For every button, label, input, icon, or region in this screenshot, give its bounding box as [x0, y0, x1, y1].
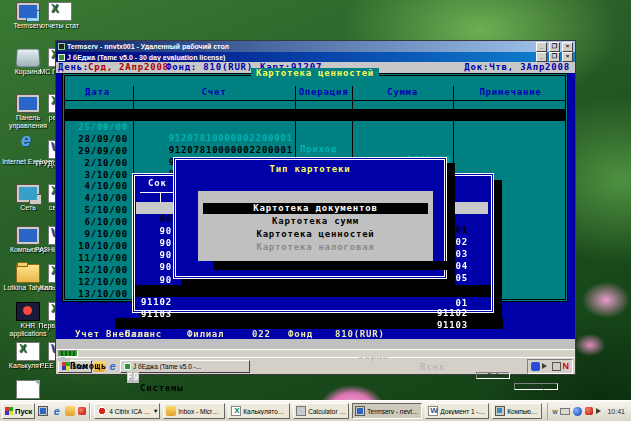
termserv-window: Termserv - nnvtx001 - Удаленный рабочий … — [55, 40, 576, 375]
taskbar: Пуск e 4 Citrix ICA Client ... ▾ Inbox -… — [0, 400, 631, 421]
restore-button[interactable]: ❐ — [549, 52, 560, 62]
col-header-operation: Операция — [295, 87, 352, 98]
task-button-termserv-active[interactable]: Termserv - nevts... — [352, 403, 422, 419]
col-header-account: Счет — [133, 87, 295, 98]
ie-quicklaunch-icon[interactable]: e — [51, 406, 62, 417]
windows-flag-icon — [5, 407, 13, 415]
all-item[interactable]: Всех — [420, 362, 445, 373]
col-header-date: Дата — [62, 87, 133, 98]
picker-shadow — [494, 180, 502, 313]
menu-item-values[interactable]: Картотека ценностей — [198, 229, 433, 240]
systems-menu[interactable]: Системы — [140, 383, 184, 394]
terminal-screen: День: Срд, 2Апр2008 Фонд: 810(RUR) Карт:… — [56, 62, 575, 357]
document-icon — [16, 380, 40, 399]
tray-blue-icon[interactable] — [531, 362, 540, 371]
picker-row[interactable]: 91102 91102 — [135, 286, 491, 297]
start-button[interactable]: Пуск — [2, 403, 35, 419]
remote-system-tray: N — [527, 359, 574, 374]
media-quicklaunch-icon[interactable] — [65, 406, 75, 416]
col-header-amount: Сумма — [352, 87, 453, 98]
tame-titlebar[interactable]: Ĵ бЕджа (Tame v5.0 - 30 day evaluation l… — [56, 52, 575, 62]
agent-tray-icon[interactable] — [585, 407, 593, 415]
status-indicator — [58, 350, 78, 357]
termserv-title: Termserv - nnvtx001 - Удаленный рабочий … — [67, 43, 534, 50]
task-button-calculator[interactable]: Calculator 20071024 — [293, 403, 349, 419]
system-tray: w 10:41 — [547, 403, 629, 420]
picker-header: Сок — [148, 178, 167, 189]
clock[interactable]: 10:41 — [607, 408, 625, 415]
minimize-button[interactable]: _ — [536, 52, 547, 62]
display-tray-icon[interactable] — [552, 362, 561, 371]
volume-icon[interactable] — [542, 363, 550, 369]
dialog-shadow — [447, 163, 455, 285]
tame-app-icon — [58, 54, 65, 61]
fkey-menu-bar: F1 Помощь F9 Системы — [56, 339, 575, 349]
antivirus-tray-icon[interactable] — [573, 407, 582, 416]
termserv-titlebar[interactable]: Termserv - nnvtx001 - Удаленный рабочий … — [56, 41, 575, 52]
task-button-word[interactable]: Документ 1 - Micros... — [425, 403, 489, 419]
header-separator — [65, 100, 566, 101]
col-header-note: Примечание — [453, 87, 568, 98]
task-button-outlook[interactable]: Inbox - Microsoft O... — [163, 403, 225, 419]
table-row[interactable]: 28/09/00 91207810000002200001 Расход 1.0… — [56, 123, 575, 134]
taskbar-divider — [89, 403, 91, 419]
close-button[interactable]: × — [562, 42, 573, 52]
table-row[interactable]: 29/09/00 91207810000002200001 Расход 4.0… — [56, 135, 575, 146]
citrix-icon — [97, 406, 107, 416]
panel-shadow — [213, 261, 448, 270]
menu-item-documents[interactable]: Картотека документов — [203, 203, 428, 214]
netware-icon[interactable]: N — [563, 362, 570, 371]
restore-button[interactable]: ❐ — [549, 42, 560, 52]
excel-icon — [231, 406, 241, 416]
word-icon — [428, 406, 438, 416]
menu-item-tax-disabled: Картотека налоговая — [198, 242, 433, 253]
show-desktop-icon[interactable] — [38, 406, 48, 416]
player-quicklaunch-icon[interactable] — [78, 407, 86, 415]
computer-icon — [495, 406, 505, 416]
excel-file-icon — [48, 2, 72, 21]
dialog-shadow — [181, 279, 455, 285]
ready-status: Ready — [514, 383, 558, 390]
poll-status: Poll — [476, 372, 510, 379]
volume-icon[interactable] — [596, 408, 604, 414]
close-button[interactable]: × — [562, 52, 573, 62]
keyboard-tray-icon[interactable] — [560, 408, 570, 415]
tame-statusbar: Poll Ready — [56, 349, 575, 357]
dialog-title: Тип картотеки — [176, 164, 444, 175]
f9-key[interactable]: F9 — [127, 372, 139, 383]
task-button-citrix[interactable]: 4 Citrix ICA Client ... ▾ — [94, 403, 160, 419]
menu-item-sums[interactable]: Картотека сумм — [198, 216, 433, 227]
table-title: Картотека ценностей — [62, 68, 568, 79]
desktop-icon-col2-1[interactable]: отчеты стат — [34, 2, 86, 30]
outlook-icon — [166, 406, 176, 416]
picker-row[interactable]: 91103 91103 — [135, 298, 491, 309]
table-row[interactable]: 25/09/00 91207810000002200001 Приход 200… — [56, 111, 575, 122]
help-menu[interactable]: Помощь — [70, 361, 107, 372]
remote-desktop-icon — [355, 406, 365, 416]
icon-label: отчеты стат — [34, 22, 86, 30]
tame-title: Ĵ бЕджа (Tame v5.0 - 30 day evaluation l… — [67, 54, 534, 61]
start-label: Пуск — [15, 407, 32, 416]
calculator-icon — [296, 406, 306, 416]
cardfile-type-dialog: Тип картотеки Картотека документов Карто… — [173, 157, 447, 279]
task-button-computer[interactable]: Компьютер — [492, 403, 542, 419]
language-indicator[interactable]: w — [552, 408, 557, 415]
task-button-excel[interactable]: Калькулятор 2008 ... — [228, 403, 290, 419]
group-dropdown-arrow[interactable]: ▾ — [154, 407, 157, 415]
terminal-icon — [58, 43, 65, 50]
minimize-button[interactable]: _ — [536, 42, 547, 52]
